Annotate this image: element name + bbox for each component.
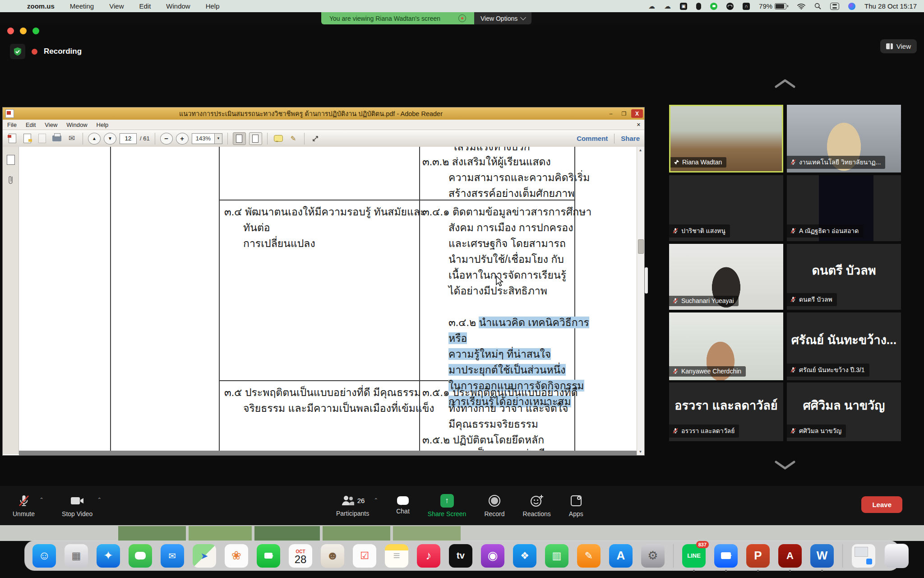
page-number-input[interactable]: 12: [120, 133, 137, 144]
menu-window[interactable]: Window: [166, 2, 190, 10]
apps-button[interactable]: Apps: [569, 494, 583, 517]
dark-app-icon[interactable]: [696, 3, 701, 10]
photos-icon[interactable]: ❀: [225, 544, 248, 568]
zoom-out-button[interactable]: −: [160, 133, 173, 144]
adobe-menu-window[interactable]: Window: [66, 121, 87, 128]
calendar-icon[interactable]: OCT 28: [289, 544, 312, 568]
record-button[interactable]: Record: [484, 494, 504, 517]
zoom-dock-icon[interactable]: [714, 544, 738, 568]
participant-tile[interactable]: อรวรา และลดาวัลย์ อรวรา และลดาวัลย์: [669, 382, 783, 441]
document-close-icon[interactable]: ✕: [637, 122, 641, 128]
menu-edit[interactable]: Edit: [139, 2, 151, 10]
scroll-down-icon[interactable]: ▼: [637, 448, 644, 455]
mail-icon[interactable]: ✉: [161, 544, 184, 568]
podcasts-icon[interactable]: ◉: [481, 544, 504, 568]
participant-tile[interactable]: Kanyawee Cherdchin: [669, 312, 783, 380]
view-options-button[interactable]: View Options: [474, 12, 531, 24]
menu-help[interactable]: Help: [206, 2, 220, 10]
powerpoint-icon[interactable]: P: [746, 544, 770, 568]
pdf-page[interactable]: เสริมแรงทางบวก ๓.๓.๒ ส่งเสริมให้ผู้เรียน…: [19, 147, 637, 451]
participants-options-chevron[interactable]: ⌃: [374, 497, 378, 503]
pages-panel-icon[interactable]: [7, 155, 15, 165]
comment-bubble-icon[interactable]: [273, 133, 284, 144]
participant-tile-riana[interactable]: Riana Wadtan: [669, 105, 783, 172]
messages-icon[interactable]: [129, 544, 152, 568]
adobe-minimize-button[interactable]: –: [605, 109, 617, 118]
unmute-options-chevron[interactable]: ⌃: [39, 497, 44, 503]
cloud-sync-icon[interactable]: ☁: [664, 2, 671, 10]
share-button[interactable]: Share: [621, 135, 640, 142]
menu-view[interactable]: View: [109, 2, 124, 10]
notes-icon[interactable]: ≡: [385, 544, 408, 568]
zoom-window-button[interactable]: [32, 28, 39, 34]
participants-button[interactable]: 26 Participants: [336, 494, 369, 517]
panel-resize-handle[interactable]: [645, 267, 648, 294]
adobe-restore-button[interactable]: ❐: [618, 109, 630, 118]
participant-tile[interactable]: ศรัณย์ นันทะขว้าง... ศรัณย์ นันทะขว้าง ป…: [787, 312, 901, 380]
reactions-button[interactable]: Reactions: [523, 494, 551, 517]
sign-icon[interactable]: ✎: [287, 133, 299, 144]
fullscreen-icon[interactable]: [310, 133, 321, 144]
leave-button[interactable]: Leave: [861, 496, 902, 513]
email-icon[interactable]: ✉: [66, 133, 78, 144]
adobe-menu-edit[interactable]: Edit: [26, 121, 36, 128]
trash-icon[interactable]: [884, 544, 909, 568]
comment-button[interactable]: Comment: [577, 135, 608, 142]
chat-button[interactable]: Chat: [396, 496, 410, 515]
zoom-in-button[interactable]: +: [176, 133, 189, 144]
video-options-chevron[interactable]: ⌃: [97, 497, 102, 503]
save-as-icon[interactable]: [21, 133, 33, 144]
participant-tile[interactable]: ดนตรี บัวลพ ดนตรี บัวลพ: [787, 244, 901, 310]
adobe-title-bar[interactable]: แนวทางการประเมินสมรรถนะทางวิชาชีพครู ด้า…: [3, 107, 644, 120]
settings-icon[interactable]: ⚙: [641, 544, 665, 568]
participant-tile[interactable]: ปาริชาติ แสงหนู: [669, 175, 783, 241]
acrobat-icon[interactable]: A: [778, 544, 802, 568]
adobe-menu-help[interactable]: Help: [97, 121, 109, 128]
open-file-icon[interactable]: [6, 133, 18, 144]
maps-icon[interactable]: ➤: [193, 544, 216, 568]
reminders-icon[interactable]: ☑: [353, 544, 376, 568]
participant-tile[interactable]: ศศิวิมล นาขวัญ ศศิวิมล นาขวัญ: [787, 382, 901, 441]
word-icon[interactable]: W: [810, 544, 834, 568]
adobe-menu-file[interactable]: File: [7, 121, 17, 128]
security-shield-icon[interactable]: [10, 44, 25, 59]
next-page-button[interactable]: ▼: [104, 133, 116, 144]
adobe-menu-view[interactable]: View: [45, 121, 57, 128]
tv-icon[interactable]: tv: [449, 544, 472, 568]
minimized-window-icon[interactable]: [851, 544, 876, 568]
zoom-dropdown-icon[interactable]: ▼: [214, 134, 222, 144]
menu-clock[interactable]: Thu 28 Oct 15:17: [864, 2, 917, 10]
app-store-icon[interactable]: A: [609, 544, 633, 568]
creative-cloud-icon[interactable]: [726, 3, 734, 10]
participant-tile[interactable]: Suchanari Yueayai: [669, 244, 783, 310]
numbers-icon[interactable]: ▥: [545, 544, 568, 568]
previous-page-button[interactable]: ▲: [88, 133, 101, 144]
finder-icon[interactable]: ☺: [32, 544, 56, 568]
stop-video-button[interactable]: Stop Video: [62, 494, 92, 517]
launchpad-icon[interactable]: ▦: [65, 544, 88, 568]
cloud-drive-icon[interactable]: ☁: [648, 2, 655, 10]
music-icon[interactable]: ♪: [417, 544, 440, 568]
participant-tile[interactable]: งานเทคโนโลยี วิทยาลัยนาฏ...: [787, 105, 901, 172]
n-app-icon[interactable]: ∩: [743, 3, 750, 10]
participant-tile[interactable]: A ณัฏฐธิดา อ่อนสอาด: [787, 175, 901, 241]
scroll-mode-button[interactable]: [233, 132, 246, 145]
share-screen-button[interactable]: ↑ Share Screen: [428, 494, 467, 517]
view-layout-button[interactable]: View: [880, 39, 917, 53]
menu-zoomus[interactable]: zoom.us: [27, 2, 55, 10]
unmute-button[interactable]: Unmute: [13, 494, 35, 517]
zoom-level-select[interactable]: 143% ▼: [192, 133, 222, 144]
collapse-panel-chevron[interactable]: [772, 77, 798, 90]
line-menu-icon[interactable]: [710, 3, 717, 10]
expand-panel-chevron[interactable]: [772, 458, 798, 472]
adobe-close-button[interactable]: X: [631, 109, 643, 118]
fit-page-button[interactable]: [249, 132, 262, 145]
minimize-window-button[interactable]: [20, 28, 27, 34]
safari-icon[interactable]: ✦: [97, 544, 120, 568]
menu-meeting[interactable]: Meeting: [70, 2, 94, 10]
battery-indicator[interactable]: 79%: [759, 2, 788, 10]
pages-icon[interactable]: ✎: [577, 544, 601, 568]
line-dock-icon[interactable]: LINE 837: [682, 544, 706, 568]
keynote-icon[interactable]: ❖: [513, 544, 536, 568]
spotlight-icon[interactable]: [814, 3, 821, 9]
